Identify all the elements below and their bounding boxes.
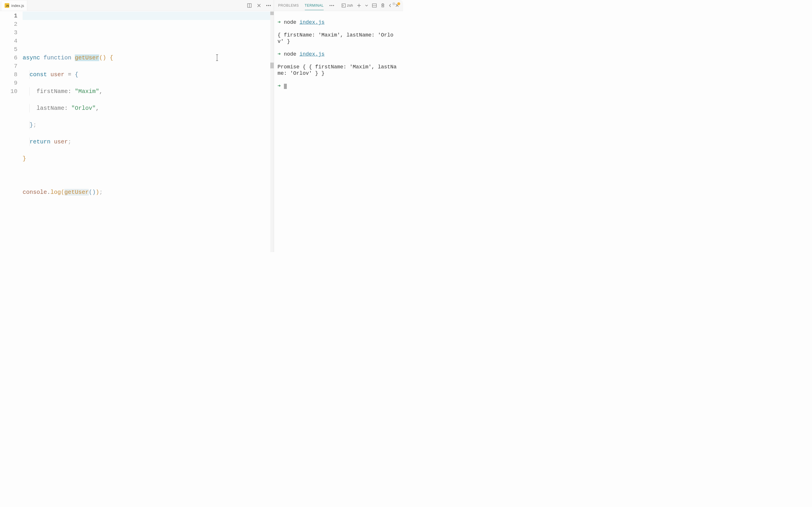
new-terminal-icon[interactable] [357,3,361,7]
js-file-icon: JS [5,3,9,8]
file-tab-indexjs[interactable]: JS index.js [2,0,27,11]
more-actions-icon[interactable] [266,5,271,6]
svg-point-8 [332,5,332,6]
terminal-panel: PROBLEMS TERMINAL zsh [274,0,403,252]
chevron-down-icon[interactable] [365,5,368,6]
prompt-arrow-icon: ➜ [277,19,281,25]
svg-point-5 [268,5,269,6]
svg-rect-10 [342,4,345,7]
tab-problems[interactable]: PROBLEMS [278,3,299,7]
vscode-window: JS index.js 1 2 [0,0,403,252]
split-terminal-icon[interactable] [372,3,377,7]
prompt-arrow-icon: ➜ [277,51,281,57]
code-lines: async function getUser() { const user = … [22,45,274,230]
split-editor-icon[interactable] [247,3,252,8]
file-tab-label: index.js [11,3,24,8]
editor-tab-bar: JS index.js [0,0,274,11]
trash-icon[interactable] [381,3,385,7]
tab-terminal[interactable]: TERMINAL [305,3,324,10]
svg-point-9 [333,5,334,6]
shell-selector[interactable]: zsh [342,3,353,7]
code-editor[interactable]: 1 2 3 4 5 6 7 8 9 10 async function getU… [0,11,274,252]
line-number-gutter: 1 2 3 4 5 6 7 8 9 10 [0,12,22,252]
shell-name-label: zsh [347,3,353,7]
terminal-output[interactable]: ➜ node index.js { firstName: 'Maxim', la… [274,11,403,252]
terminal-shell-icon [342,3,346,7]
svg-point-4 [266,5,267,6]
close-icon[interactable] [257,3,261,7]
svg-point-6 [270,5,271,6]
terminal-cursor [284,84,287,89]
editor-panel: JS index.js 1 2 [0,0,274,252]
prompt-arrow-icon: ➜ [277,83,281,89]
terminal-tab-bar: PROBLEMS TERMINAL zsh [274,0,403,11]
svg-point-7 [330,5,331,6]
chevron-left-icon[interactable] [389,4,391,7]
more-actions-icon[interactable] [329,5,334,6]
